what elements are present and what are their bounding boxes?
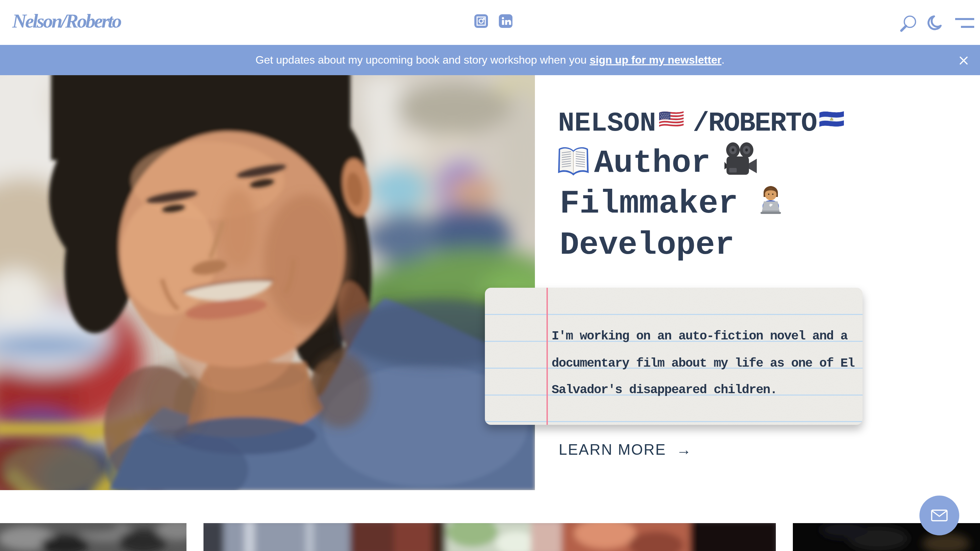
svg-text:documentary film about my life: documentary film about my life as one of… (552, 356, 855, 370)
svg-text:I'm working on an auto-fiction: I'm working on an auto-fiction novel and… (552, 329, 848, 343)
svg-text:NELSON: NELSON (558, 108, 656, 139)
svg-text:Author: Author (594, 145, 711, 182)
svg-text:Filmmaker: Filmmaker (560, 185, 738, 222)
svg-text:Nelson/Roberto: Nelson/Roberto (12, 10, 122, 32)
svg-text:Salvador's disappeared childre: Salvador's disappeared children. (552, 383, 777, 397)
svg-text:/ROBERTO: /ROBERTO (693, 108, 817, 139)
svg-text:Developer: Developer (560, 227, 734, 264)
